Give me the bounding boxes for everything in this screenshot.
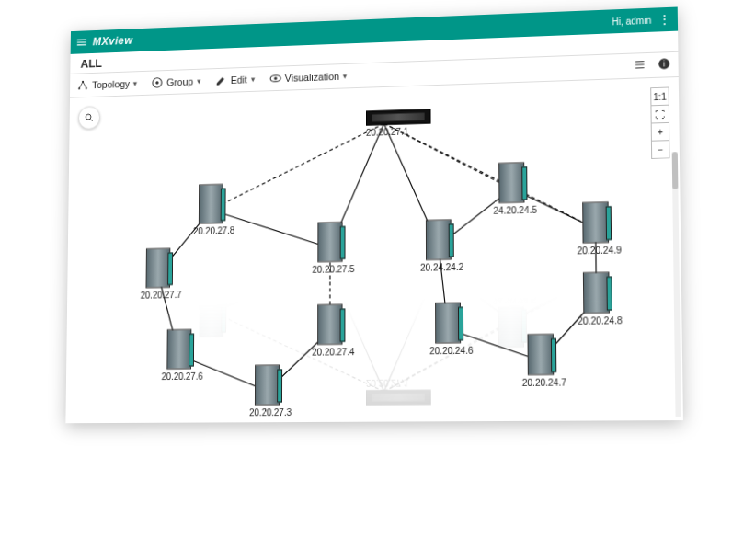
zoom-actual-button[interactable]: 1:1 — [651, 87, 669, 106]
svg-point-4 — [155, 81, 158, 84]
topology-label: Topology — [92, 78, 130, 90]
svg-point-6 — [274, 77, 277, 81]
device-node[interactable]: 20.20.24.9 — [575, 295, 612, 304]
topology-link[interactable] — [384, 117, 596, 233]
visualization-label: Visualization — [285, 71, 339, 84]
chevron-down-icon: ▾ — [251, 74, 256, 84]
info-button[interactable]: i — [658, 57, 671, 74]
visualization-menu[interactable]: Visualization ▾ — [269, 70, 348, 86]
device-ip-label: 20.20.27.7 — [141, 290, 176, 300]
brand-prefix: MX — [93, 35, 109, 48]
chevron-down-icon: ▾ — [343, 72, 348, 81]
switch-device-icon — [582, 201, 609, 243]
svg-text:i: i — [663, 60, 665, 68]
rack-device-icon — [366, 109, 431, 125]
edit-label: Edit — [231, 74, 247, 86]
device-ip-label: 20.20.27.8 — [193, 225, 228, 236]
edit-icon — [215, 74, 227, 86]
device-node[interactable]: 20.20.27.1 — [366, 109, 402, 137]
device-ip-label: 20.24.24.2 — [420, 261, 457, 272]
visualization-icon — [269, 72, 281, 85]
svg-point-9 — [86, 114, 91, 120]
topology-menu[interactable]: Topology ▾ — [76, 77, 137, 92]
device-node[interactable]: 20.20.27.7 — [141, 248, 176, 301]
switch-device-icon — [200, 297, 224, 337]
group-label: Group — [166, 76, 193, 88]
switch-device-icon — [498, 162, 524, 203]
device-node[interactable]: 20.20.24.9 — [577, 201, 614, 256]
switch-device-icon — [199, 184, 223, 224]
topology-link[interactable] — [383, 295, 595, 392]
list-icon — [633, 58, 646, 72]
chevron-down-icon: ▾ — [197, 76, 201, 86]
device-ip-label: 20.20.27.1 — [366, 126, 402, 137]
group-icon — [151, 76, 163, 89]
zoom-fit-button[interactable]: ⛶ — [651, 106, 669, 124]
device-ip-label: 20.20.27.1 — [366, 378, 402, 388]
switch-device-icon — [498, 306, 524, 348]
app-brand: MXview — [93, 34, 133, 48]
list-view-button[interactable] — [633, 58, 646, 74]
group-menu[interactable]: Group ▾ — [151, 74, 200, 88]
switch-device-icon — [581, 295, 608, 304]
topology-link[interactable] — [211, 123, 383, 210]
hamburger-menu-button[interactable] — [71, 36, 93, 49]
device-ip-label: 20.20.24.9 — [577, 245, 614, 256]
user-greeting: Hi, admin — [612, 15, 651, 27]
brand-suffix: view — [109, 34, 132, 47]
topology-link[interactable] — [211, 309, 383, 393]
edit-menu[interactable]: Edit ▾ — [215, 73, 256, 86]
chevron-down-icon: ▾ — [133, 79, 138, 88]
zoom-out-button[interactable]: − — [652, 141, 669, 158]
zoom-in-button[interactable]: + — [652, 123, 669, 142]
switch-device-icon — [145, 248, 170, 289]
device-node[interactable]: 20.20.27.1 — [366, 378, 402, 405]
overflow-menu-button[interactable]: ⋮ — [657, 13, 672, 27]
info-icon: i — [658, 57, 671, 71]
device-ip-label: 24.20.24.5 — [493, 204, 530, 215]
menu-icon — [75, 36, 87, 49]
zoom-toolbar: 1:1 ⛶ + − — [650, 86, 670, 159]
device-node[interactable]: 20.24.24.2 — [420, 219, 457, 272]
reflection-decoration: 20.20.27.120.20.27.820.20.27.720.20.27.6… — [68, 295, 681, 429]
topology-link[interactable] — [383, 295, 438, 392]
rack-device-icon — [366, 390, 431, 406]
switch-device-icon — [426, 219, 452, 260]
device-node[interactable]: 24.20.24.5 — [493, 295, 530, 348]
topology-icon — [76, 79, 88, 92]
device-ip-label: 20.20.27.5 — [312, 264, 348, 275]
device-node[interactable]: 20.20.27.5 — [312, 222, 348, 274]
device-node[interactable]: 24.20.24.5 — [493, 162, 530, 215]
device-node[interactable]: 20.20.27.8 — [193, 184, 228, 236]
search-icon — [84, 112, 94, 123]
switch-device-icon — [317, 222, 342, 262]
